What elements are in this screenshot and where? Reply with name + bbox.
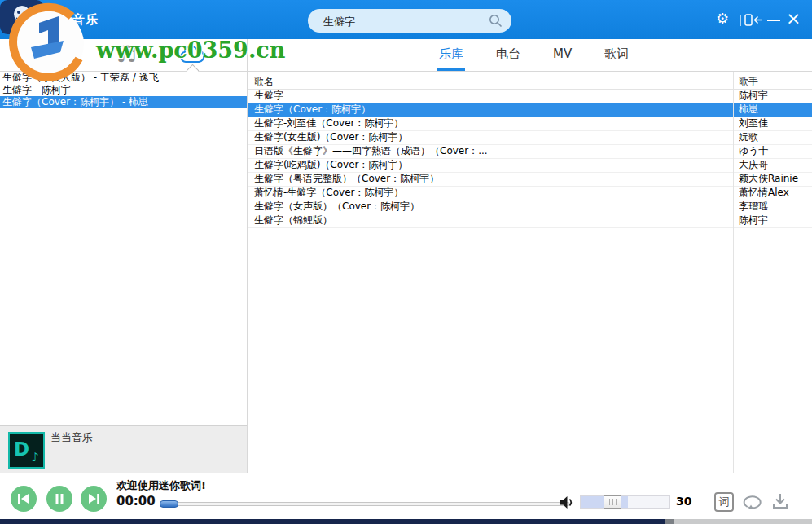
download-icon[interactable] bbox=[771, 492, 789, 513]
song-name-cell: 生僻字（女声版）（Cover：陈柯宇） bbox=[254, 200, 731, 213]
volume-speaker-icon[interactable] bbox=[559, 495, 576, 513]
song-artist-cell: 妧歌 bbox=[739, 131, 810, 143]
song-artist-cell: 颖大侠Rainie bbox=[739, 173, 810, 185]
titlebar-divider bbox=[740, 15, 741, 26]
close-button[interactable]: × bbox=[786, 10, 801, 28]
table-row[interactable]: 生僻字（女声版）（Cover：陈柯宇）李瑨瑶 bbox=[248, 200, 812, 214]
volume-value: 30 bbox=[676, 495, 691, 508]
song-artist-cell: 萧忆情Alex bbox=[739, 187, 810, 199]
progress-thumb[interactable] bbox=[160, 500, 178, 508]
song-name-cell: 生僻字（Cover：陈柯宇） bbox=[254, 103, 731, 116]
song-name-cell: 生僻字 bbox=[254, 90, 731, 102]
lyrics-button[interactable]: 词 bbox=[714, 492, 734, 512]
song-name-cell: 日语版《生僻字》——四字熟语（成语）（Cover：... bbox=[254, 145, 731, 157]
table-header: 歌名 歌手 bbox=[248, 72, 812, 90]
column-header-artist[interactable]: 歌手 bbox=[739, 75, 758, 89]
taskbar-sliver-mid bbox=[665, 519, 674, 524]
table-row[interactable]: 萧忆情-生僻字（Cover：陈柯宇）萧忆情Alex bbox=[248, 187, 812, 200]
next-icon bbox=[86, 493, 101, 504]
dangdang-logo-icon: D ♪ bbox=[8, 432, 45, 469]
music-note-icon[interactable]: ♬ bbox=[116, 41, 137, 68]
tab-lyrics[interactable]: 歌词 bbox=[603, 39, 630, 71]
titlebar: 当当音乐 生僻字 ⚙ × bbox=[0, 0, 812, 39]
search-value: 生僻字 bbox=[323, 15, 355, 29]
table-row[interactable]: 生僻字陈柯宇 bbox=[248, 90, 812, 103]
song-artist-cell: 陈柯宇 bbox=[739, 214, 810, 227]
song-name-cell: 生僻字-刘至佳（Cover：陈柯宇） bbox=[254, 117, 731, 130]
previous-icon bbox=[16, 493, 31, 504]
playlist: 生僻字（小黄人版） - 王荣磊 / 逸飞生僻字 - 陈柯宇生僻字（Cover：陈… bbox=[0, 72, 247, 108]
table-row[interactable]: 生僻字(女生版)（Cover：陈柯宇）妧歌 bbox=[248, 131, 812, 145]
pause-icon bbox=[54, 493, 65, 504]
song-artist-cell: 大庆哥 bbox=[739, 159, 810, 171]
song-name-cell: 生僻字（锦鲤版） bbox=[254, 214, 731, 227]
repeat-icon[interactable] bbox=[741, 493, 764, 514]
table-row[interactable]: 生僻字(吃鸡版)（Cover：陈柯宇）大庆哥 bbox=[248, 159, 812, 173]
song-name-cell: 生僻字(女生版)（Cover：陈柯宇） bbox=[254, 131, 731, 143]
search-input[interactable]: 生僻字 bbox=[308, 9, 511, 33]
playlist-item[interactable]: 生僻字（Cover：陈柯宇） - 柿崽 bbox=[0, 96, 247, 108]
song-artist-cell: 李瑨瑶 bbox=[739, 200, 810, 213]
progress-slider[interactable] bbox=[160, 502, 570, 506]
taskbar-sliver-left bbox=[0, 519, 665, 524]
song-artist-cell: 刘至佳 bbox=[739, 117, 810, 130]
now-playing-label: 当当音乐 bbox=[50, 430, 93, 445]
taskbar-sliver-right bbox=[674, 519, 812, 524]
song-name-cell: 生僻字（粤语完整版）（Cover：陈柯宇） bbox=[254, 173, 731, 185]
song-table-body: 生僻字陈柯宇生僻字（Cover：陈柯宇）柿崽生僻字-刘至佳（Cover：陈柯宇）… bbox=[248, 90, 812, 228]
now-playing-box: D ♪ 当当音乐 bbox=[0, 425, 247, 473]
table-row[interactable]: 生僻字（粤语完整版）（Cover：陈柯宇）颖大侠Rainie bbox=[248, 173, 812, 187]
elapsed-time: 00:00 bbox=[116, 494, 156, 509]
table-row[interactable]: 生僻字（锦鲤版）陈柯宇 bbox=[248, 214, 812, 228]
song-name-cell: 萧忆情-生僻字（Cover：陈柯宇） bbox=[254, 187, 731, 199]
column-divider bbox=[733, 72, 734, 473]
app-title: 当当音乐 bbox=[46, 12, 99, 28]
player-bar: 欢迎使用迷你歌词! 00:00 30 词 bbox=[0, 473, 812, 520]
table-row[interactable]: 生僻字-刘至佳（Cover：陈柯宇）刘至佳 bbox=[248, 117, 812, 131]
minimize-button[interactable] bbox=[767, 20, 780, 21]
mini-mode-icon[interactable] bbox=[744, 14, 764, 30]
playlist-item[interactable]: 生僻字（小黄人版） - 王荣磊 / 逸飞 bbox=[0, 72, 247, 84]
table-row[interactable]: 日语版《生僻字》——四字熟语（成语）（Cover：...ゆう十 bbox=[248, 145, 812, 159]
volume-slider[interactable] bbox=[580, 495, 670, 509]
settings-gear-icon[interactable]: ⚙ bbox=[716, 11, 729, 26]
song-artist-cell: 柿崽 bbox=[739, 103, 810, 116]
table-row[interactable]: 生僻字（Cover：陈柯宇）柿崽 bbox=[248, 103, 812, 117]
song-name-cell: 生僻字(吃鸡版)（Cover：陈柯宇） bbox=[254, 159, 731, 171]
player-status-text: 欢迎使用迷你歌词! bbox=[116, 478, 206, 493]
tab-mv[interactable]: MV bbox=[551, 39, 573, 71]
app-window: 当当音乐 生僻字 ⚙ × ♬ 乐库电台MV bbox=[0, 0, 812, 524]
column-header-song[interactable]: 歌名 bbox=[254, 75, 274, 89]
next-track-button[interactable] bbox=[81, 486, 107, 512]
pause-button[interactable] bbox=[46, 486, 72, 512]
tab-library[interactable]: 乐库 bbox=[437, 39, 465, 71]
playlist-item[interactable]: 生僻字 - 陈柯宇 bbox=[0, 84, 247, 96]
song-artist-cell: ゆう十 bbox=[739, 145, 810, 157]
tab-radio[interactable]: 电台 bbox=[494, 39, 522, 71]
previous-track-button[interactable] bbox=[11, 486, 37, 512]
song-artist-cell: 陈柯宇 bbox=[739, 90, 810, 102]
search-icon[interactable] bbox=[488, 13, 503, 32]
volume-thumb[interactable] bbox=[604, 495, 621, 509]
tab-bar: 乐库电台MV歌词 bbox=[437, 39, 630, 71]
